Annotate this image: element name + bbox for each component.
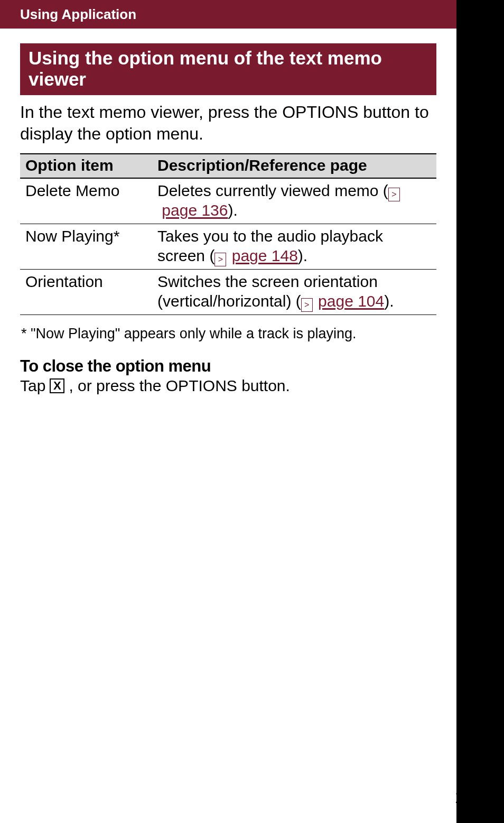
pageref-icon: > [214,253,226,266]
intro-paragraph: In the text memo viewer, press the OPTIO… [20,101,436,145]
close-instruction: Tap X , or press the OPTIONS button. [20,377,436,395]
close-icon: X [50,378,64,393]
table-row: Orientation Switches the screen orientat… [20,269,436,315]
pageref-icon: > [388,188,400,201]
right-black-edge [456,0,504,823]
close-heading: To close the option menu [20,357,436,376]
table-header-option-item: Option item [20,154,152,178]
table-header-description: Description/Reference page [152,154,436,178]
pageref-link[interactable]: page 136 [162,201,228,219]
option-item-cell: Delete Memo [20,178,152,224]
table-header-row: Option item Description/Reference page [20,154,436,178]
table-row: Now Playing* Takes you to the audio play… [20,224,436,269]
options-table: Option item Description/Reference page D… [20,153,436,315]
option-desc-cell: Deletes currently viewed memo (> page 13… [152,178,436,224]
footnote-text: * "Now Playing" appears only while a tra… [20,326,436,342]
section-header-text: Using Application [20,6,136,23]
pageref-icon: > [301,298,313,312]
page-content: Using the option menu of the text memo v… [0,29,456,395]
option-item-cell: Orientation [20,269,152,315]
page-title-bar: Using the option menu of the text memo v… [20,43,436,95]
section-header-band: Using Application [0,0,504,29]
option-desc-cell: Switches the screen orientation (vertica… [152,269,436,315]
option-item-cell: Now Playing* [20,224,152,269]
option-desc-cell: Takes you to the audio playback screen (… [152,224,436,269]
pageref-link[interactable]: page 104 [318,292,384,310]
pageref-link[interactable]: page 148 [232,247,298,264]
table-row: Delete Memo Deletes currently viewed mem… [20,178,436,224]
